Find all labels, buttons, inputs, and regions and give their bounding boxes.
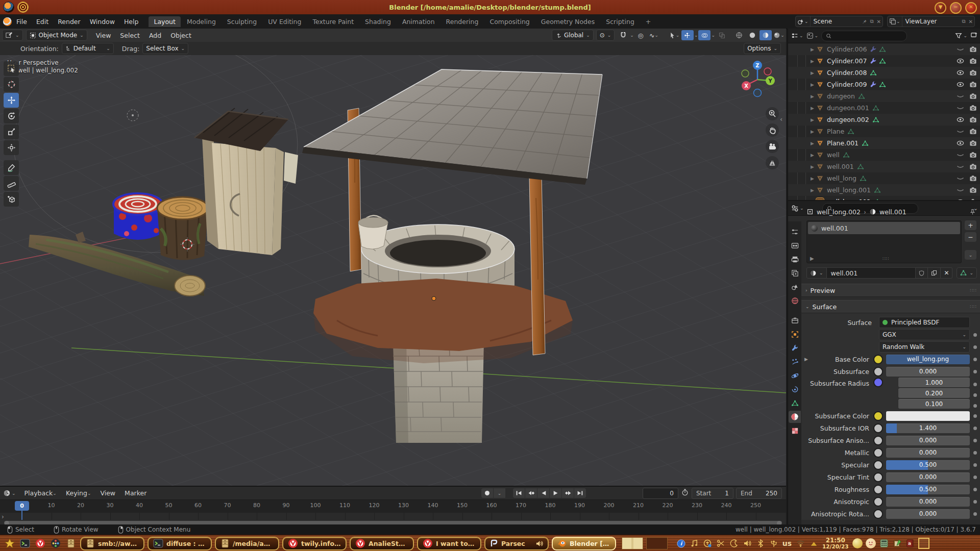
quick-ball-icon[interactable] — [851, 537, 864, 550]
mesh-object-icon[interactable] — [816, 92, 824, 100]
eye-closed-icon[interactable] — [957, 92, 964, 100]
properties-tab-particles[interactable] — [789, 356, 801, 368]
tray-volume-icon[interactable] — [741, 537, 754, 550]
workspace-tab-shading[interactable]: Shading — [360, 16, 396, 27]
subsurface-method-dropdown[interactable]: Random Walk⌄ — [879, 341, 970, 353]
eye-closed-icon[interactable] — [957, 163, 964, 170]
quick-show-desktop-icon[interactable] — [917, 537, 930, 550]
tool-cursor-button[interactable] — [4, 77, 19, 92]
eye-open-icon[interactable] — [957, 57, 964, 65]
tray-bluetooth-icon[interactable] — [754, 537, 767, 550]
current-frame-field[interactable]: 0 — [643, 488, 678, 499]
launcher-terminal[interactable] — [19, 537, 31, 549]
workspace-tab-rendering[interactable]: Rendering — [441, 16, 484, 27]
decorator-dot[interactable] — [973, 404, 977, 408]
object-name[interactable]: well — [827, 151, 840, 159]
camera-visibility-icon[interactable] — [969, 92, 977, 100]
outliner-row-plane-001[interactable]: ▶Plane.001 — [788, 137, 980, 149]
tool-move-button[interactable] — [4, 93, 19, 108]
value-slider[interactable]: 0.000 — [886, 509, 970, 519]
expand-arrow-icon[interactable]: ▶ — [811, 176, 814, 181]
decorator-dot[interactable] — [973, 475, 977, 479]
expand-arrow-icon[interactable]: ▶ — [811, 82, 814, 87]
value-slider[interactable]: 0.500 — [886, 460, 970, 470]
zoom-button[interactable] — [766, 107, 779, 120]
jump-to-end-button[interactable] — [574, 488, 586, 498]
timeline-menu-keying[interactable]: Keying ⌄ — [61, 489, 96, 497]
object-name[interactable]: dungeon.001 — [827, 104, 869, 112]
well-roof[interactable] — [302, 69, 602, 185]
outliner-row-cylinder-006[interactable]: ▶Cylinder.006 — [788, 43, 980, 55]
vector-value-field[interactable]: 0.100 — [898, 399, 970, 409]
snap-toggle[interactable] — [617, 30, 629, 40]
tray-music-icon[interactable] — [688, 537, 701, 550]
camera-visibility-icon[interactable] — [969, 174, 977, 182]
eye-closed-icon[interactable] — [957, 128, 964, 135]
decorator-dot[interactable] — [973, 463, 977, 467]
app-menu-help[interactable]: Help — [119, 18, 143, 26]
decorator-dot[interactable] — [973, 427, 977, 430]
timeline-expand-arrow[interactable]: › — [2, 513, 4, 520]
breadcrumb-object[interactable]: well_long.002 — [817, 208, 861, 216]
object-name[interactable]: Plane.001 — [827, 139, 859, 147]
overlays-toggle[interactable] — [698, 30, 710, 40]
properties-tab-view-layer[interactable] — [789, 267, 801, 279]
properties-tab-constraints[interactable] — [789, 383, 801, 395]
camera-visibility-icon[interactable] — [969, 163, 977, 170]
workspace-pager-1[interactable] — [622, 537, 643, 549]
window-minimize-button[interactable]: − — [950, 2, 962, 14]
blender-logo-icon[interactable] — [3, 17, 12, 26]
mesh-object-icon[interactable] — [816, 163, 824, 170]
value-slider[interactable]: 1.400 — [886, 423, 970, 433]
decorator-dot[interactable] — [973, 500, 977, 504]
expand-arrow-icon[interactable]: ▶ — [811, 129, 814, 134]
tray-updates-icon[interactable] — [701, 537, 714, 550]
mesh-object-icon[interactable] — [816, 81, 824, 88]
quick-smiley-icon[interactable] — [864, 537, 877, 550]
mesh-object-icon[interactable] — [816, 139, 824, 147]
mesh-object-icon[interactable] — [816, 151, 824, 159]
value-slider[interactable]: 0.000 — [886, 367, 970, 377]
value-slider[interactable]: 0.000 — [886, 497, 970, 507]
outliner-filter-icon[interactable]: ⌄ — [806, 32, 819, 39]
wood-stump-object[interactable] — [157, 197, 208, 260]
properties-tab-output[interactable] — [789, 253, 801, 265]
app-menu-file[interactable]: File — [12, 18, 32, 26]
tool-select-box-button[interactable] — [4, 61, 19, 76]
eye-open-icon[interactable] — [957, 116, 964, 123]
proportional-editing-toggle[interactable]: ◎ — [634, 30, 647, 40]
expand-arrow-icon[interactable]: ▶ — [811, 188, 814, 193]
scene-name[interactable]: Scene — [811, 18, 861, 25]
outliner-row-well-long-002[interactable]: ▶well_long.002 — [788, 196, 980, 200]
slot-specials-menu[interactable]: ⌄ — [965, 250, 977, 260]
object-name[interactable]: well.001 — [827, 163, 854, 170]
pin-icon[interactable]: 📌︎ — [860, 19, 868, 24]
tool-scale-button[interactable] — [4, 124, 19, 139]
material-slot-row[interactable]: well.001 — [808, 222, 960, 234]
tool-measure-button[interactable] — [4, 176, 19, 191]
workspace-tab-compositing[interactable]: Compositing — [484, 16, 534, 27]
decorator-dot[interactable] — [973, 414, 977, 418]
viewlayer-selector[interactable]: ⌄ ViewLayer ⧉ ✕ — [887, 16, 975, 27]
bucket-object[interactable] — [358, 215, 388, 249]
camera-visibility-icon[interactable] — [969, 69, 977, 77]
decorator-dot[interactable] — [973, 488, 977, 491]
expand-arrow-icon[interactable]: ▶ — [811, 106, 814, 111]
outliner-row-well-long-001[interactable]: ▶well_long.001 — [788, 184, 980, 196]
properties-tab-material[interactable] — [789, 411, 801, 423]
task-button-i-want-to-re-[interactable]: I want to re... — [417, 537, 481, 550]
timeline-menu-playback[interactable]: Playback ⌄ — [20, 489, 61, 497]
camera-visibility-icon[interactable] — [969, 128, 977, 135]
pan-hand-button[interactable] — [766, 123, 779, 137]
copy-material-button[interactable] — [928, 267, 941, 279]
object-name[interactable]: dungeon — [827, 92, 855, 100]
vector-value-field[interactable]: 1.000 — [898, 378, 970, 387]
task-button-parsec[interactable]: Parsec — [484, 537, 549, 550]
properties-tab-tool[interactable] — [789, 226, 801, 238]
properties-tab-scene[interactable] — [789, 281, 801, 293]
outliner-filter-funnel[interactable]: ⌄ — [955, 32, 967, 39]
remove-viewlayer-icon[interactable]: ✕ — [967, 19, 974, 24]
shading-rendered-button[interactable]: ⌄ — [773, 30, 785, 40]
add-slot-button[interactable]: + — [965, 220, 977, 230]
value-slider[interactable]: 0.500 — [886, 485, 970, 494]
